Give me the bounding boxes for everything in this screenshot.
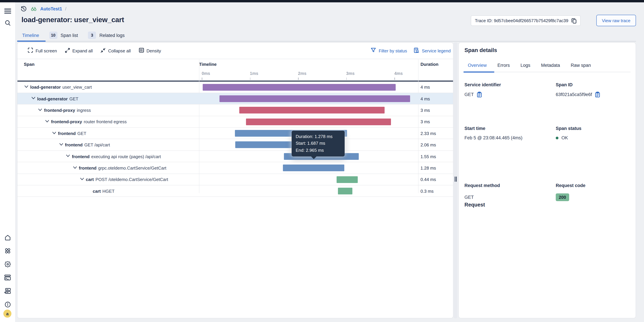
axis-tick-mark	[202, 78, 202, 80]
service-identifier-value: GET	[464, 92, 482, 97]
span-service-name: frontend	[65, 142, 82, 147]
details-tab-overview[interactable]: Overview	[464, 63, 491, 68]
details-tab-raw-span[interactable]: Raw span	[566, 63, 595, 68]
chevron-down-icon[interactable]	[73, 166, 77, 169]
density-icon	[139, 48, 144, 54]
span-status-label: Span status	[556, 126, 582, 131]
span-service-name: frontend-proxy	[44, 108, 75, 113]
details-tab-metadata[interactable]: Metadata	[537, 63, 564, 68]
tab-span-list[interactable]: 10 Span list	[49, 32, 78, 39]
span-operation-name: router frontend egress	[84, 119, 127, 124]
request-code-badge: 200	[556, 193, 569, 201]
details-tab-logs[interactable]: Logs	[516, 63, 535, 68]
settings-gear-icon[interactable]	[4, 260, 11, 268]
console-icon[interactable]	[4, 274, 11, 281]
page-title: load-generator: user_view_cart	[22, 16, 124, 24]
expand-all-button[interactable]: Expand all	[65, 48, 92, 54]
span-operation-name: GET	[77, 131, 86, 136]
span-duration-bar[interactable]	[283, 165, 344, 171]
span-row-frontend-proxy[interactable]: frontend-proxyingress3 ms	[18, 105, 453, 116]
start-time-value: Feb 5 @ 23:08:44.465 (4ms)	[464, 135, 522, 140]
span-status-text: OK	[562, 135, 568, 140]
span-row-cart[interactable]: cartPOST /oteldemo.CartService/GetCart0.…	[18, 174, 453, 185]
span-id-label: Span ID	[556, 82, 573, 87]
expand-icon	[65, 48, 70, 54]
span-duration-bar[interactable]	[336, 176, 358, 183]
density-button[interactable]: Density	[139, 48, 161, 54]
chevron-down-icon[interactable]	[52, 131, 56, 134]
start-time-label: Start time	[464, 126, 486, 131]
span-duration-value: 1.55 ms	[420, 151, 436, 162]
home-icon[interactable]	[4, 234, 11, 241]
apps-icon[interactable]	[4, 247, 11, 254]
span-status-value: OK	[556, 135, 568, 140]
span-row-load-generator[interactable]: load-generatorGET4 ms	[18, 93, 453, 105]
span-row-frontend[interactable]: frontendGET2.33 ms	[18, 128, 453, 139]
chevron-down-icon[interactable]	[45, 120, 49, 123]
tab-timeline[interactable]: Timeline	[22, 33, 39, 38]
span-row-cart[interactable]: cartHGET0.3 ms	[18, 185, 453, 197]
span-duration-bar[interactable]	[220, 95, 410, 102]
span-service-name: frontend	[58, 131, 76, 136]
span-operation-name: POST /oteldemo.CartService/GetCart	[96, 177, 168, 182]
filter-by-status-button[interactable]: Filter by status	[371, 48, 407, 54]
span-duration-value: 4 ms	[420, 93, 430, 105]
span-row-frontend-proxy[interactable]: frontend-proxyrouter frontend egress3 ms	[18, 116, 453, 128]
span-duration-value: 0.3 ms	[420, 185, 434, 197]
tab-related-logs[interactable]: 3 Related logs	[88, 32, 125, 39]
copy-service-identifier-icon[interactable]	[477, 92, 482, 97]
view-raw-trace-button[interactable]: View raw trace	[596, 15, 636, 26]
span-name: frontendGET	[58, 128, 86, 139]
panel-resize-handle[interactable]	[454, 42, 458, 318]
avatar[interactable]: a	[3, 309, 12, 318]
column-header-timeline: Timeline	[199, 62, 216, 67]
chevron-down-icon[interactable]	[80, 178, 84, 180]
expand-all-label: Expand all	[72, 48, 92, 53]
span-duration-bar[interactable]	[239, 107, 385, 114]
chevron-down-icon[interactable]	[24, 85, 28, 88]
hamburger-menu-icon[interactable]	[4, 8, 11, 15]
span-details-tabs: Overview Errors Logs Metadata Raw span	[464, 63, 595, 68]
tabs-underline-active	[17, 41, 46, 42]
collapse-all-button[interactable]: Collapse all	[101, 48, 131, 54]
add-panel-icon[interactable]	[4, 287, 11, 294]
details-tab-errors[interactable]: Errors	[493, 63, 514, 68]
span-duration-value: 0.44 ms	[420, 174, 436, 185]
axis-tick-label: 4ms	[394, 71, 403, 76]
copy-trace-id-icon[interactable]	[571, 18, 576, 23]
request-method-label: Request method	[464, 183, 500, 188]
breadcrumb-project-link[interactable]: AutoTest1	[40, 6, 62, 11]
request-method-value: GET	[464, 195, 474, 200]
span-name: frontend-proxyingress	[44, 105, 91, 116]
app-window: a AutoTest1 / load-generator: user_view_…	[0, 0, 644, 322]
span-duration-bar[interactable]	[203, 84, 396, 91]
span-row-frontend[interactable]: frontendGET /api/cart2.06 ms	[18, 139, 453, 151]
trace-explorer-icon	[30, 5, 37, 12]
span-duration-value: 2.33 ms	[420, 128, 436, 139]
span-name: frontendGET /api/cart	[65, 139, 110, 151]
axis-tick-mark	[250, 78, 250, 80]
chevron-down-icon[interactable]	[59, 143, 63, 146]
span-duration-value: 3 ms	[420, 116, 430, 128]
search-icon[interactable]	[4, 19, 11, 26]
span-row-load-generator[interactable]: load-generatoruser_view_cart4 ms	[18, 81, 453, 93]
chevron-down-icon[interactable]	[38, 108, 42, 111]
chevron-down-icon[interactable]	[66, 155, 70, 157]
column-header-duration: Duration	[420, 62, 438, 67]
span-name: load-generatoruser_view_cart	[30, 81, 92, 93]
span-duration-bar[interactable]	[338, 188, 352, 194]
span-row-frontend[interactable]: frontendexecuting api route (pages) /api…	[18, 151, 453, 162]
span-id-value: 63f021a5ca5f9e6f	[556, 92, 600, 97]
info-icon[interactable]	[4, 301, 11, 308]
span-details-title: Span details	[464, 47, 497, 53]
span-row-frontend[interactable]: frontendgrpc.oteldemo.CartService/GetCar…	[18, 162, 453, 174]
span-duration-value: 3 ms	[420, 105, 430, 116]
chevron-down-icon[interactable]	[32, 97, 35, 100]
span-name: frontendexecuting api route (pages) /api…	[72, 151, 161, 162]
copy-span-id-icon[interactable]	[595, 92, 600, 97]
span-operation-name: ingress	[77, 108, 91, 113]
span-duration-bar[interactable]	[246, 118, 391, 125]
history-icon[interactable]	[20, 5, 27, 12]
service-legend-button[interactable]: Service legend	[414, 48, 451, 54]
full-screen-button[interactable]: Full screen	[28, 48, 57, 54]
